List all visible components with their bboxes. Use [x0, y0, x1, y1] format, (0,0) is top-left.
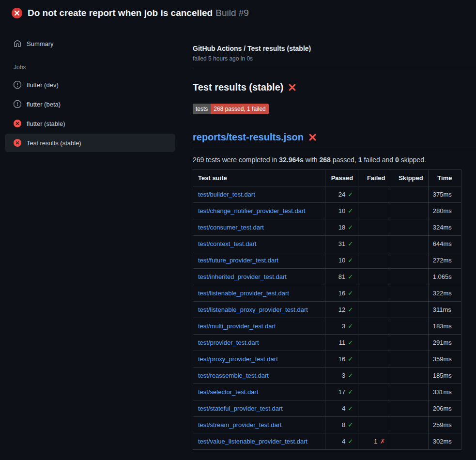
- passed-cell-value: 10: [338, 257, 345, 264]
- passed-cell-value: 4: [342, 405, 345, 412]
- sidebar-item-summary[interactable]: Summary: [5, 36, 175, 51]
- passed-cell: 4✓: [325, 400, 358, 417]
- time-cell: 359ms: [428, 351, 461, 368]
- test-suite-link[interactable]: test/stateful_provider_test.dart: [198, 405, 283, 412]
- table-row: test/stream_provider_test.dart8✓259ms: [193, 417, 461, 433]
- table-header-row: Test suitePassedFailedSkippedTime: [193, 170, 461, 186]
- passed-cell: 24✓: [325, 186, 358, 203]
- skipped-cell: [390, 351, 428, 368]
- suite-cell: test/inherited_provider_test.dart: [193, 269, 325, 285]
- passed-cell: 31✓: [325, 236, 358, 252]
- table-row: test/builder_test.dart24✓375ms: [193, 186, 461, 203]
- check-icon: ✓: [348, 421, 353, 429]
- skipped-cell: [390, 252, 428, 269]
- test-suite-link[interactable]: test/future_provider_test.dart: [198, 257, 278, 264]
- stop-icon: [14, 81, 21, 89]
- tests-status-badge: tests 268 passed, 1 failed: [193, 104, 269, 114]
- test-suite-link[interactable]: test/listenable_provider_test.dart: [198, 290, 289, 297]
- suite-cell: test/change_notifier_provider_test.dart: [193, 203, 325, 219]
- suite-cell: test/stream_provider_test.dart: [193, 417, 325, 433]
- passed-cell-value: 18: [338, 224, 345, 231]
- passed-cell-value: 10: [338, 207, 345, 215]
- passed-cell: 16✓: [325, 351, 358, 368]
- test-suite-link[interactable]: test/reassemble_test.dart: [198, 372, 269, 379]
- sidebar-summary-label: Summary: [27, 40, 54, 47]
- test-suite-link[interactable]: test/stream_provider_test.dart: [198, 421, 282, 429]
- table-row: test/proxy_provider_test.dart16✓359ms: [193, 351, 461, 368]
- job-label: Test results (stable): [27, 139, 81, 147]
- test-suite-link[interactable]: test/selector_test.dart: [198, 388, 258, 396]
- failed-cell: [358, 417, 390, 433]
- time-cell: 311ms: [428, 302, 461, 318]
- test-suite-link[interactable]: test/value_listenable_provider_test.dart: [198, 438, 307, 445]
- passed-cell-value: 12: [338, 306, 345, 313]
- page-title: Do not create report when job is cancell…: [28, 8, 249, 18]
- passed-cell: 10✓: [325, 203, 358, 219]
- failed-cell: [358, 203, 390, 219]
- table-row: test/stateful_provider_test.dart4✓206ms: [193, 400, 461, 417]
- sidebar-item-job[interactable]: flutter (stable): [5, 114, 175, 133]
- test-suite-link[interactable]: test/change_notifier_provider_test.dart: [198, 207, 306, 215]
- job-label: flutter (beta): [27, 101, 61, 108]
- passed-cell-value: 81: [338, 273, 345, 280]
- failed-cell: [358, 335, 390, 351]
- sidebar: Summary Jobs flutter (dev)flutter (beta)…: [0, 25, 181, 153]
- time-cell: 259ms: [428, 417, 461, 433]
- suite-cell: test/listenable_provider_test.dart: [193, 285, 325, 302]
- passed-cell-value: 4: [342, 438, 345, 445]
- time-cell: 185ms: [428, 368, 461, 384]
- x-circle-icon: [14, 120, 21, 127]
- time-cell: 206ms: [428, 400, 461, 417]
- table-row: test/listenable_provider_test.dart16✓322…: [193, 285, 461, 302]
- table-row: test/selector_test.dart17✓331ms: [193, 384, 461, 400]
- failed-x-icon: [288, 83, 296, 92]
- time-cell: 322ms: [428, 285, 461, 302]
- skipped-cell: [390, 203, 428, 219]
- skipped-cell: [390, 384, 428, 400]
- passed-cell-value: 11: [339, 339, 346, 346]
- passed-cell: 8✓: [325, 417, 358, 433]
- passed-cell-value: 24: [338, 191, 345, 198]
- skipped-cell: [390, 269, 428, 285]
- failed-count: 1: [358, 156, 362, 164]
- test-suite-link[interactable]: test/context_test.dart: [198, 240, 257, 247]
- test-suite-link[interactable]: test/provider_test.dart: [198, 339, 259, 346]
- test-suite-link[interactable]: test/inherited_provider_test.dart: [198, 273, 287, 280]
- test-suite-link[interactable]: test/listenable_proxy_provider_test.dart: [198, 306, 308, 313]
- suite-cell: test/builder_test.dart: [193, 186, 325, 203]
- check-icon: ✓: [348, 405, 353, 412]
- home-icon: [14, 40, 21, 47]
- test-suite-link[interactable]: test/consumer_test.dart: [198, 224, 264, 231]
- table-row: test/change_notifier_provider_test.dart1…: [193, 203, 461, 219]
- sidebar-item-job[interactable]: flutter (dev): [5, 76, 175, 94]
- passed-cell-value: 8: [342, 421, 345, 429]
- test-suite-link[interactable]: test/multi_provider_test.dart: [198, 322, 276, 330]
- passed-cell: 16✓: [325, 285, 358, 302]
- check-icon: ✓: [348, 240, 353, 247]
- suite-cell: test/consumer_test.dart: [193, 219, 325, 236]
- run-title: Do not create report when job is cancell…: [28, 8, 213, 18]
- column-header: Failed: [358, 170, 390, 186]
- failed-cell: [358, 219, 390, 236]
- report-file-link[interactable]: reports/test-results.json: [193, 132, 304, 143]
- total-duration: 32.964s: [279, 156, 304, 164]
- sidebar-item-job[interactable]: flutter (beta): [5, 95, 175, 113]
- suite-cell: test/value_listenable_provider_test.dart: [193, 433, 325, 450]
- time-cell: 324ms: [428, 219, 461, 236]
- test-suite-link[interactable]: test/proxy_provider_test.dart: [198, 355, 278, 363]
- check-icon: ✓: [348, 438, 353, 445]
- time-cell: 302ms: [428, 433, 461, 450]
- failed-x-icon: [308, 133, 317, 141]
- check-icon: ✓: [348, 339, 353, 346]
- column-header: Skipped: [390, 170, 428, 186]
- passed-cell-value: 3: [342, 372, 345, 379]
- skipped-cell: [390, 417, 428, 433]
- check-icon: ✓: [348, 306, 353, 313]
- check-icon: ✓: [348, 207, 353, 215]
- failed-cell: [358, 285, 390, 302]
- test-suite-link[interactable]: test/builder_test.dart: [198, 191, 255, 198]
- passed-cell-value: 16: [338, 355, 345, 363]
- check-icon: ✓: [348, 372, 353, 379]
- sidebar-item-job[interactable]: Test results (stable): [5, 134, 175, 152]
- badge-value: 268 passed, 1 failed: [211, 104, 268, 114]
